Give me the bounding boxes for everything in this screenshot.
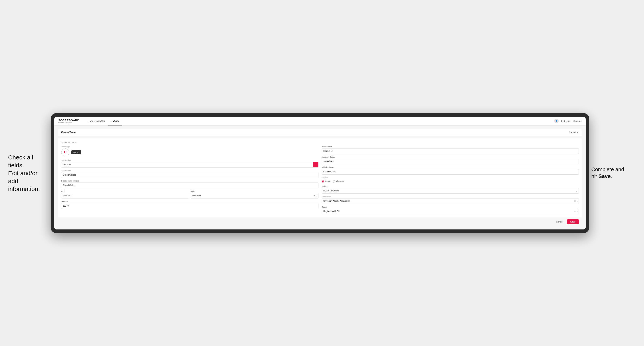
gender-field: Gender Mens Womens — [322, 177, 579, 183]
cancel-button[interactable]: Cancel — [554, 219, 565, 224]
annotation-line1: Check all fields. — [8, 154, 33, 169]
region-actions: ✕ ⌄ — [574, 210, 578, 212]
conference-label: Conference — [322, 196, 579, 198]
gender-mens-radio[interactable] — [322, 180, 324, 182]
display-name-field: Display name (unique) — [61, 180, 318, 188]
section-title: TEAM DETAILS — [61, 141, 579, 143]
form-footer: Cancel Save — [58, 217, 582, 226]
region-chevron-icon: ⌄ — [576, 210, 578, 212]
conference-clear-icon[interactable]: ✕ — [574, 200, 576, 202]
navbar: SCOREBOARD Powered by clippd TOURNAMENTS… — [54, 117, 586, 126]
annotation-line2: Edit and/or add — [8, 170, 38, 184]
display-name-input[interactable] — [61, 182, 318, 188]
city-field: City — [61, 190, 189, 198]
head-coach-input[interactable] — [322, 148, 579, 154]
form-grid: Team logo C Upload Team colo — [61, 146, 579, 214]
assistant-coach-label: Assistant Coach — [322, 156, 579, 158]
division-select-wrapper: NCAA Division III NCAA Division II NCAA … — [322, 188, 579, 194]
head-coach-field: Head Coach — [322, 146, 579, 154]
colour-swatch[interactable] — [313, 162, 318, 168]
brand: SCOREBOARD Powered by clippd — [58, 119, 80, 123]
right-annotation: Complete and hit Save. — [591, 166, 636, 180]
brand-name: SCOREBOARD — [58, 119, 80, 122]
conference-chevron-icon: ⌄ — [576, 200, 578, 202]
annotation-bold: Save — [598, 173, 611, 179]
state-clear-icon[interactable]: ✕ — [314, 195, 316, 197]
state-label: State — [191, 190, 318, 192]
region-field: Region Region II - (M) DIII ✕ ⌄ — [322, 206, 579, 214]
user-avatar: 👤 — [554, 119, 559, 123]
city-label: City — [61, 190, 189, 192]
content-area: Create Team Cancel ✕ TEAM DETAILS — [54, 126, 586, 229]
gender-womens-option[interactable]: Womens — [333, 180, 344, 182]
gender-row: Mens Womens — [322, 179, 579, 183]
nav-tabs: TOURNAMENTS TEAMS — [86, 117, 554, 126]
annotation-line3: information. — [8, 185, 40, 192]
team-colour-input[interactable] — [61, 162, 313, 168]
display-name-label: Display name (unique) — [61, 180, 318, 182]
annotation-right-line2: hit — [591, 173, 598, 179]
conference-actions: ✕ ⌄ — [574, 200, 578, 202]
gender-label: Gender — [322, 177, 579, 179]
state-chevron-icon: ⌄ — [316, 195, 318, 196]
colour-field-wrap — [61, 162, 318, 168]
left-column: Team logo C Upload Team colo — [61, 146, 318, 214]
region-label: Region — [322, 206, 579, 208]
assistant-coach-input[interactable] — [322, 159, 579, 164]
team-logo-label: Team logo — [61, 146, 318, 148]
zip-label: Zip code — [61, 200, 318, 202]
conference-select[interactable]: University Athletic Association — [322, 198, 579, 204]
tab-teams[interactable]: TEAMS — [108, 117, 122, 126]
state-select[interactable]: New York — [191, 193, 318, 198]
conference-select-wrapper: University Athletic Association ✕ ⌄ — [322, 198, 579, 204]
form-body: TEAM DETAILS Team logo C — [58, 138, 582, 217]
cancel-top-button[interactable]: Cancel ✕ — [569, 131, 579, 134]
athletic-director-input[interactable] — [322, 169, 579, 174]
gender-mens-option[interactable]: Mens — [322, 180, 330, 182]
upload-button[interactable]: Upload — [71, 150, 81, 154]
zip-field: Zip code — [61, 200, 318, 209]
save-button[interactable]: Save — [567, 219, 579, 224]
team-colour-label: Team colour — [61, 159, 318, 161]
division-label: Division — [322, 185, 579, 187]
form-header: Create Team Cancel ✕ — [58, 129, 582, 136]
zip-input[interactable] — [61, 203, 318, 209]
region-select[interactable]: Region II - (M) DIII — [322, 209, 579, 214]
left-annotation: Check all fields. Edit and/or add inform… — [8, 153, 48, 193]
region-clear-icon[interactable]: ✕ — [574, 210, 576, 212]
sign-out-link[interactable]: Sign out — [574, 120, 582, 122]
form-title: Create Team — [61, 131, 76, 134]
logo-area: C Upload — [61, 148, 318, 157]
navbar-right: 👤 Test User | Sign out — [554, 119, 582, 123]
page-layout: Check all fields. Edit and/or add inform… — [8, 113, 636, 233]
state-field: State New York ✕ ⌄ — [191, 190, 318, 198]
tab-tournaments[interactable]: TOURNAMENTS — [86, 117, 108, 126]
state-select-wrapper: New York ✕ ⌄ — [191, 193, 318, 198]
team-name-input[interactable] — [61, 172, 318, 178]
assistant-coach-field: Assistant Coach — [322, 156, 579, 164]
division-field: Division NCAA Division III NCAA Division… — [322, 185, 579, 194]
close-icon: ✕ — [577, 131, 579, 134]
team-colour-field: Team colour — [61, 159, 318, 168]
athletic-director-field: Athletic Director — [322, 166, 579, 174]
region-select-wrapper: Region II - (M) DIII ✕ ⌄ — [322, 209, 579, 214]
logo-circle: C — [61, 148, 69, 157]
annotation-right-line1: Complete and — [591, 166, 624, 173]
division-select[interactable]: NCAA Division III NCAA Division II NCAA … — [322, 188, 579, 194]
user-label: Test User | — [561, 120, 571, 122]
team-name-field: Team name — [61, 170, 318, 178]
state-actions: ✕ ⌄ — [314, 195, 318, 197]
head-coach-label: Head Coach — [322, 146, 579, 148]
right-column: Head Coach Assistant Coach Athletic Dire… — [322, 146, 579, 214]
annotation-end: . — [610, 173, 612, 179]
team-logo-field: Team logo C Upload — [61, 146, 318, 157]
city-state-row: City State New York — [61, 190, 318, 198]
city-input[interactable] — [61, 193, 189, 198]
gender-womens-radio[interactable] — [333, 180, 335, 182]
team-name-label: Team name — [61, 170, 318, 172]
logo-letter: C — [64, 150, 67, 154]
tablet-screen: SCOREBOARD Powered by clippd TOURNAMENTS… — [54, 117, 586, 229]
athletic-director-label: Athletic Director — [322, 166, 579, 168]
brand-tagline: Powered by clippd — [58, 122, 80, 123]
conference-field: Conference University Athletic Associati… — [322, 196, 579, 204]
